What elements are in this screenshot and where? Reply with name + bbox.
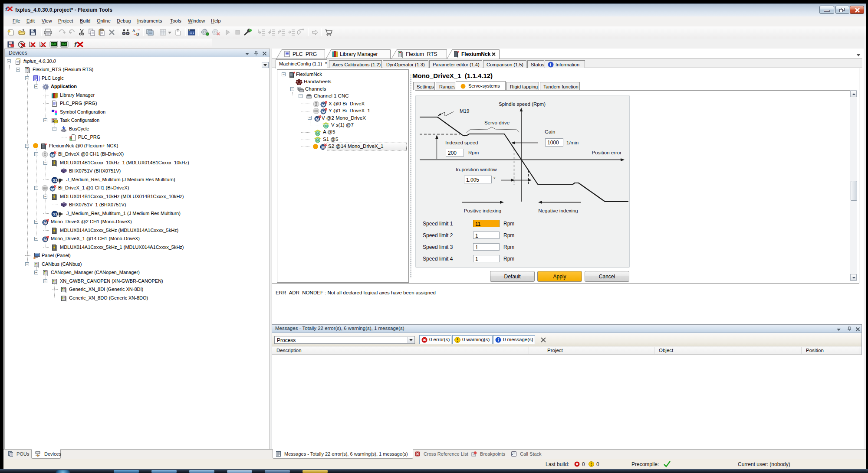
svg-text:M: M [51, 187, 55, 191]
svg-text:PLC_PRG: PLC_PRG [293, 51, 317, 57]
svg-text:M: M [325, 124, 328, 128]
svg-text:Gain: Gain [545, 129, 555, 134]
svg-text:Position error: Position error [592, 150, 622, 155]
svg-text:B: B [136, 32, 139, 36]
svg-text:Library Manager: Library Manager [340, 51, 378, 57]
svg-text:M: M [322, 145, 325, 150]
svg-text:A: A [132, 29, 135, 33]
svg-text:1/min: 1/min [566, 140, 579, 145]
svg-text:M19: M19 [460, 108, 469, 114]
svg-text:Flexium_RTS: Flexium_RTS [406, 51, 437, 57]
svg-text:i: i [550, 62, 551, 67]
svg-text:S1: S1 [53, 178, 57, 183]
svg-text:S1: S1 [53, 212, 57, 216]
svg-text:Servo drive: Servo drive [484, 120, 510, 125]
svg-text:M: M [44, 221, 47, 225]
svg-text:FlexiumNck: FlexiumNck [461, 51, 491, 57]
svg-text:Rpm: Rpm [468, 150, 479, 155]
svg-text:M: M [316, 117, 319, 121]
svg-text:Indexed speed: Indexed speed [445, 140, 478, 145]
svg-text:M: M [316, 138, 320, 143]
svg-text:f: f [74, 41, 77, 48]
svg-text:M: M [316, 131, 320, 136]
svg-text:Spindle speed (Rpm): Spindle speed (Rpm) [499, 101, 546, 107]
svg-text:M: M [322, 110, 326, 114]
svg-text:In-position window: In-position window [456, 167, 497, 172]
svg-text:M: M [322, 103, 326, 107]
svg-text:°: ° [493, 176, 496, 181]
svg-text:Negative indexing: Negative indexing [538, 208, 578, 213]
svg-text:M: M [44, 238, 47, 242]
svg-text:M: M [51, 153, 55, 157]
svg-text:Positive indexing: Positive indexing [464, 208, 501, 213]
